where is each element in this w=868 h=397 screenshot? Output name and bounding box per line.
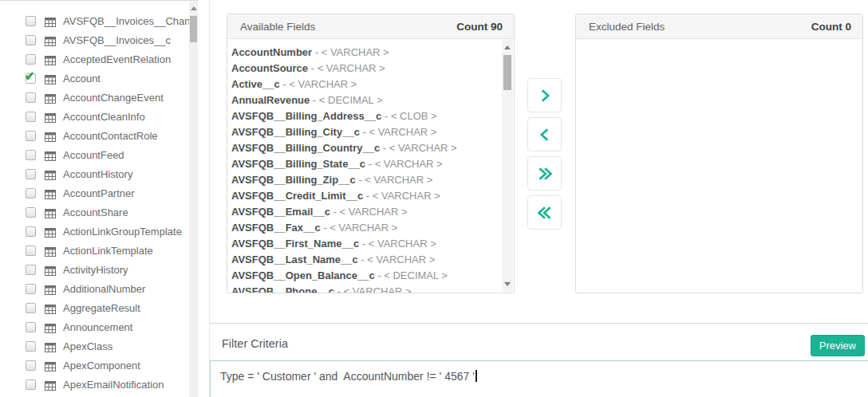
object-checkbox[interactable]: [26, 265, 36, 275]
available-fields-list: AccountNumber - < VARCHAR >AccountSource…: [227, 39, 514, 293]
object-list-item[interactable]: ActionLinkTemplate: [0, 241, 198, 260]
scroll-up-icon[interactable]: [504, 45, 511, 49]
object-list-item[interactable]: AccountShare: [0, 202, 198, 222]
object-label: ApexEmailNotification: [63, 379, 164, 391]
field-row[interactable]: AccountSource - < VARCHAR >: [231, 61, 498, 77]
filter-expression-text: Type = ' Customer ' and AccountNumber !=…: [220, 370, 475, 383]
field-row[interactable]: AVSFQB__Fax__c - < VARCHAR >: [231, 220, 498, 236]
move-left-button[interactable]: [527, 117, 562, 151]
available-fields-panel: Available Fields Count 90 AccountNumber …: [227, 14, 515, 293]
object-list-item[interactable]: ✔Account: [0, 69, 198, 88]
field-rows: AccountNumber - < VARCHAR >AccountSource…: [231, 45, 498, 293]
field-row[interactable]: AVSFQB__Billing_Address__c - < CLOB >: [231, 108, 498, 124]
fields-scrollbar[interactable]: [502, 40, 513, 292]
scrollbar-thumb[interactable]: [503, 55, 511, 90]
object-checkbox[interactable]: [26, 379, 36, 390]
field-type: < VARCHAR >: [369, 126, 436, 138]
object-checkbox[interactable]: [26, 341, 36, 352]
field-name: Active__c: [231, 78, 280, 90]
field-name: AVSFQB__Email__c: [231, 206, 330, 218]
object-checkbox[interactable]: [26, 131, 36, 141]
object-checkbox[interactable]: [26, 150, 36, 160]
scroll-down-icon[interactable]: [504, 282, 511, 286]
object-checkbox[interactable]: [26, 226, 36, 237]
preview-button[interactable]: Preview: [811, 335, 865, 356]
object-checkbox[interactable]: [26, 188, 36, 198]
move-right-button[interactable]: [527, 78, 562, 112]
move-all-left-button[interactable]: [527, 195, 562, 230]
chevron-left-icon: [537, 127, 553, 143]
object-list-item[interactable]: AccountContactRole: [0, 126, 198, 145]
object-checkbox[interactable]: [26, 16, 36, 26]
field-row[interactable]: AVSFQB__Credit_Limit__c - < VARCHAR >: [231, 188, 498, 204]
object-checkbox-checked[interactable]: ✔: [26, 73, 36, 84]
object-checkbox[interactable]: [26, 112, 36, 122]
field-row[interactable]: AVSFQB__Billing_Zip__c - < VARCHAR >: [231, 172, 498, 188]
table-icon: [45, 341, 56, 351]
object-label: ActivityHistory: [63, 264, 128, 276]
field-row[interactable]: AVSFQB__First_Name__c - < VARCHAR >: [231, 236, 498, 252]
field-separator: -: [358, 254, 368, 265]
object-list-item[interactable]: AdditionalNumber: [0, 279, 198, 298]
field-row[interactable]: AVSFQB__Billing_Country__c - < VARCHAR >: [231, 140, 498, 156]
field-row[interactable]: AVSFQB__Open_Balance__c - < DECIMAL >: [231, 268, 498, 284]
scrollbar-thumb[interactable]: [190, 16, 197, 42]
object-list-item[interactable]: ActionLinkGroupTemplate: [0, 222, 198, 241]
field-row[interactable]: AVSFQB__Billing_State__c - < VARCHAR >: [231, 156, 498, 172]
excluded-fields-title: Excluded Fields: [589, 21, 665, 33]
filter-expression-input[interactable]: Type = ' Customer ' and AccountNumber !=…: [210, 360, 868, 397]
field-row[interactable]: Active__c - < VARCHAR >: [231, 77, 498, 92]
object-checkbox[interactable]: [26, 246, 36, 256]
field-row[interactable]: AccountNumber - < VARCHAR >: [231, 45, 498, 61]
object-list-item[interactable]: AccountFeed: [0, 145, 198, 164]
field-name: AVSFQB__Credit_Limit__c: [231, 190, 363, 202]
field-row[interactable]: AVSFQB__Phone__c - < VARCHAR >: [231, 284, 498, 293]
object-list-item[interactable]: AccountChangeEvent: [0, 88, 198, 107]
object-checkbox[interactable]: [26, 360, 36, 371]
scroll-up-icon[interactable]: [191, 6, 197, 10]
field-type: < VARCHAR >: [365, 174, 432, 186]
object-list-item[interactable]: AccountCleanInfo: [0, 107, 198, 126]
object-list-item[interactable]: AggregateResult: [0, 298, 198, 317]
move-all-right-button[interactable]: [527, 156, 562, 191]
object-list-item[interactable]: AcceptedEventRelation: [0, 49, 198, 69]
field-type: < VARCHAR >: [322, 46, 389, 58]
field-row[interactable]: AnnualRevenue - < DECIMAL >: [231, 92, 498, 108]
object-checkbox[interactable]: [26, 54, 36, 65]
excluded-fields-count: Count 0: [811, 21, 851, 33]
table-icon: [45, 112, 56, 121]
object-checkbox[interactable]: [26, 322, 36, 332]
object-list-item[interactable]: ActivityHistory: [0, 260, 198, 279]
object-checkbox[interactable]: [26, 169, 36, 179]
field-row[interactable]: AVSFQB__Billing_City__c - < VARCHAR >: [231, 124, 498, 140]
table-icon: [45, 188, 56, 198]
object-sidebar: AVSFQB__Invoices__ChangAVSFQB__Invoices_…: [0, 0, 198, 397]
object-list-item[interactable]: Announcement: [0, 317, 198, 336]
table-icon: [45, 226, 56, 236]
table-icon: [45, 322, 56, 332]
object-list-item[interactable]: ApexEmailNotification: [0, 375, 198, 394]
object-checkbox[interactable]: [26, 303, 36, 313]
sidebar-scrollbar[interactable]: [189, 2, 198, 397]
object-checkbox[interactable]: [26, 207, 36, 218]
field-name: AVSFQB__Fax__c: [231, 222, 321, 234]
object-list-item[interactable]: ApexComponent: [0, 356, 198, 375]
text-cursor: [475, 370, 477, 382]
object-list-item[interactable]: AVSFQB__Invoices__Chang: [0, 11, 198, 30]
object-checkbox[interactable]: [26, 284, 36, 294]
field-type: < VARCHAR >: [340, 206, 408, 218]
field-name: AVSFQB__Phone__c: [231, 285, 334, 293]
object-label: ApexComponent: [63, 360, 140, 371]
object-list-item[interactable]: AccountHistory: [0, 164, 198, 183]
object-list-item[interactable]: AccountPartner: [0, 183, 198, 202]
field-row[interactable]: AVSFQB__Last_Name__c - < VARCHAR >: [231, 252, 498, 268]
object-label: AccountFeed: [63, 149, 124, 161]
object-checkbox[interactable]: [26, 92, 36, 103]
object-list-item[interactable]: AVSFQB__Invoices__c: [0, 30, 198, 49]
object-checkbox[interactable]: [26, 35, 36, 45]
object-list-item[interactable]: ApexClass: [0, 336, 198, 356]
table-icon: [45, 35, 56, 45]
field-row[interactable]: AVSFQB__Email__c - < VARCHAR >: [231, 204, 498, 220]
table-icon: [45, 169, 56, 179]
object-label: AccountShare: [63, 206, 128, 218]
